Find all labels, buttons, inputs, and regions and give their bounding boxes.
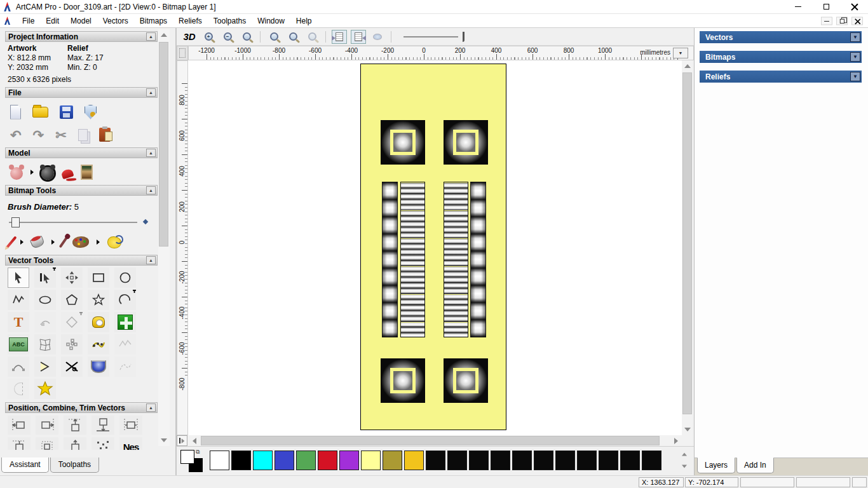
lighting-icon[interactable] [60,168,74,179]
ruler-origin-button[interactable] [177,46,188,60]
scroll-up-button[interactable] [158,29,170,41]
section-header-file[interactable]: File ▲ [5,87,158,98]
palette-swatch[interactable] [577,451,597,470]
paint-selective-icon[interactable] [107,236,121,248]
zoom-previous-button[interactable] [239,30,254,44]
extrude-tool-button[interactable] [88,356,109,377]
copy-icon[interactable] [78,129,88,141]
measure-tool-button[interactable] [88,312,109,332]
child-restore-button[interactable] [836,17,848,25]
create-rectangle-button[interactable] [88,268,109,288]
text-in-box-button[interactable]: ABC [8,334,29,355]
edit-colours-icon[interactable] [72,236,89,248]
palette-swatch[interactable] [253,451,273,470]
tab-assistant[interactable]: Assistant [1,458,49,473]
toggle-bitmap-button[interactable] [332,30,347,44]
child-minimize-button[interactable] [821,17,832,25]
offset-vectors-button[interactable] [61,312,83,332]
palette-swatch[interactable] [555,451,575,470]
create-arc-button[interactable] [114,290,136,310]
menu-model[interactable]: Model [65,15,97,27]
tab-toolpaths[interactable]: Toolpaths [50,458,99,473]
palette-scroll-down-button[interactable] [679,460,689,472]
palette-swatch[interactable] [231,451,251,470]
paste-along-curve-button[interactable] [88,334,109,355]
scroll-left-button[interactable] [189,435,200,446]
zoom-1to1-button[interactable] [266,30,281,44]
colour-picker-icon[interactable] [59,236,69,248]
reliefs-header[interactable]: Reliefs ▼ [700,71,862,83]
fit-curves-button[interactable] [114,334,136,355]
menu-bitmaps[interactable]: Bitmaps [134,15,173,27]
section-header-vector-tools[interactable]: Vector Tools ▲ [5,255,158,266]
palette-swatch[interactable] [318,451,337,470]
child-close-button[interactable] [851,17,863,25]
section-header-project-information[interactable]: Project Information ▲ [5,31,158,42]
scroll-down-button[interactable] [682,424,693,435]
paste-icon[interactable] [99,128,111,142]
new-model-icon[interactable] [10,105,21,119]
collapse-project-information-button[interactable]: ▲ [146,32,156,41]
pan-corner-button[interactable] [177,435,187,446]
align-right-button[interactable] [36,416,58,435]
mirror-vectors-button[interactable] [8,379,29,399]
ruler-units-dropdown[interactable]: ▼ [673,48,688,58]
scroll-thumb[interactable] [201,436,660,445]
collapse-position-button[interactable]: ▲ [146,403,156,412]
section-header-model[interactable]: Model ▲ [5,147,158,158]
palette-swatch[interactable] [426,451,445,470]
envelope-distortion-button[interactable] [34,334,56,355]
undo-icon[interactable]: ↶ [10,128,22,142]
trim-vectors-button[interactable] [61,356,83,377]
menu-vectors[interactable]: Vectors [97,15,134,27]
minimize-button[interactable] [784,0,812,14]
create-circle-button[interactable] [114,268,136,288]
create-text-button[interactable]: T [8,312,29,332]
node-editing-button[interactable] [34,268,56,288]
align-middle-button[interactable] [64,437,86,450]
palette-swatch[interactable] [404,451,424,470]
block-paste-button[interactable] [61,334,83,355]
paste-centre-button[interactable] [114,312,136,332]
palette-swatch[interactable] [534,451,553,470]
create-star-button[interactable] [88,290,109,310]
collapse-model-button[interactable]: ▲ [146,149,156,157]
preview-relief-button[interactable] [370,30,385,44]
bitmaps-expand-button[interactable]: ▼ [850,52,860,62]
zoom-fit-button[interactable] [285,30,301,44]
palette-swatch[interactable] [361,451,381,470]
flyout-arrow-icon[interactable] [97,240,100,245]
menu-window[interactable]: Window [252,15,290,27]
nesting-button[interactable]: Nes [119,437,142,450]
scroll-right-button[interactable] [671,435,681,446]
palette-swatch[interactable] [491,451,510,470]
palette-swatch[interactable] [210,451,229,470]
palette-swatch[interactable] [620,451,640,470]
palette-swatch[interactable] [599,451,618,470]
zoom-out-button[interactable]: − [220,30,235,44]
scroll-thumb[interactable] [159,42,168,247]
menu-help[interactable]: Help [290,15,318,27]
paint-tool-icon[interactable] [6,236,17,248]
palette-swatch[interactable] [275,451,294,470]
redo-icon[interactable]: ↷ [33,128,44,142]
centre-in-page-button[interactable] [36,437,58,450]
reliefs-expand-button[interactable]: ▼ [850,72,860,81]
transform-vectors-button[interactable] [61,268,83,288]
canvas-vertical-scrollbar[interactable] [682,60,693,435]
align-left-button[interactable] [8,416,31,435]
invert-model-icon[interactable] [41,167,54,180]
collapse-vector-tools-button[interactable]: ▲ [146,256,156,264]
align-bottom-button[interactable] [92,416,114,435]
palette-swatch[interactable] [469,451,489,470]
flyout-arrow-icon[interactable] [51,240,55,245]
cut-icon[interactable]: ✂ [55,128,67,142]
create-polygon-button[interactable] [61,290,83,310]
fit-arcs-button[interactable] [8,356,29,377]
current-colour-indicator[interactable]: ⧉ [180,450,203,473]
menu-toolpaths[interactable]: Toolpaths [208,15,252,27]
flood-fill-icon[interactable] [30,235,45,248]
gold-star-tool-button[interactable] [34,379,56,399]
toggle-vectors-button[interactable] [351,30,366,44]
open-model-icon[interactable] [32,107,48,118]
